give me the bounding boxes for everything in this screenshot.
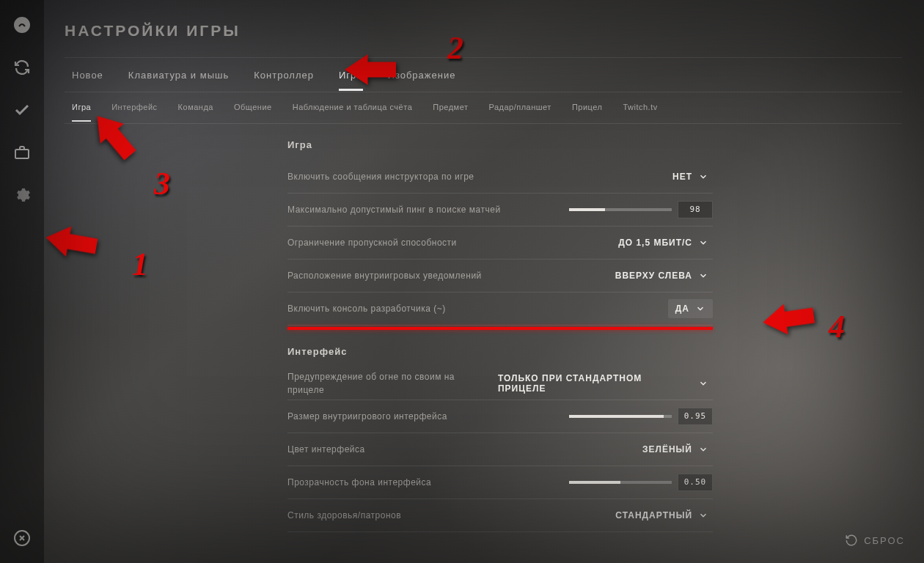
setting-label: Расположение внутриигровых уведомлений [287, 269, 482, 282]
setting-label: Стиль здоровья/патронов [287, 509, 401, 522]
setting-row: Прозрачность фона интерфейса0.50 [287, 466, 713, 499]
section-interface-rows: Предупреждение об огне по своим на прице… [287, 367, 713, 532]
annotation-number-4: 4 [829, 308, 845, 345]
close-icon[interactable] [13, 529, 31, 547]
setting-label: Размер внутриигрового интерфейса [287, 410, 447, 423]
sidebar [0, 0, 44, 563]
setting-row: Цвет интерфейсаЗЕЛЁНЫЙ [287, 433, 713, 466]
setting-dropdown[interactable]: ТОЛЬКО ПРИ СТАНДАРТНОМ ПРИЦЕЛЕ [494, 369, 713, 398]
setting-value[interactable]: 0.50 [678, 474, 713, 491]
setting-dropdown[interactable]: ЗЕЛЁНЫЙ [638, 440, 713, 459]
page-title: НАСТРОЙКИ ИГРЫ [65, 22, 241, 40]
highlight-line [287, 327, 713, 330]
setting-row: Включить сообщения инструктора по игреНЕ… [287, 161, 713, 194]
annotation-arrow-1 [43, 219, 100, 264]
main-tab-новое[interactable]: Новое [72, 59, 103, 91]
sub-tab-предмет[interactable]: Предмет [433, 92, 468, 122]
setting-row: Размер внутриигрового интерфейса0.95 [287, 400, 713, 433]
annotation-number-1: 1 [132, 246, 148, 283]
reset-label: СБРОС [864, 535, 905, 546]
setting-label: Цвет интерфейса [287, 443, 365, 456]
setting-row: Включить консоль разработчика (~)ДА [287, 292, 713, 325]
main-tab-изображение[interactable]: Изображение [388, 59, 456, 91]
section-title-interface: Интерфейс [287, 346, 713, 357]
setting-dropdown[interactable]: ДО 1,5 МБИТ/С [614, 233, 713, 252]
briefcase-icon[interactable] [13, 144, 31, 161]
setting-dropdown[interactable]: ДА [668, 299, 713, 318]
gear-icon[interactable] [13, 186, 31, 204]
sub-tab-радар-планшет[interactable]: Радар/планшет [488, 92, 551, 122]
sub-tab-наблюдение-и-таблица-сч-та[interactable]: Наблюдение и таблица счёта [293, 92, 413, 122]
sub-tab-команда[interactable]: Команда [178, 92, 213, 122]
settings-content: Игра Включить сообщения инструктора по и… [287, 130, 713, 532]
setting-row: Предупреждение об огне по своим на прице… [287, 367, 713, 400]
setting-label: Включить консоль разработчика (~) [287, 302, 446, 315]
section-title-game: Игра [287, 139, 713, 150]
setting-slider[interactable] [569, 208, 672, 211]
setting-row: Расположение внутриигровых уведомленийВВ… [287, 260, 713, 292]
sub-tab-twitch-tv[interactable]: Twitch.tv [623, 92, 657, 122]
sub-tab-общение[interactable]: Общение [234, 92, 272, 122]
setting-dropdown[interactable]: СТАНДАРТНЫЙ [611, 506, 713, 525]
setting-label: Максимально допустимый пинг в поиске мат… [287, 203, 501, 216]
sub-tab-игра[interactable]: Игра [72, 92, 91, 122]
setting-value[interactable]: 0.95 [678, 408, 713, 425]
setting-slider[interactable] [569, 481, 672, 484]
setting-dropdown[interactable]: НЕТ [668, 167, 713, 186]
check-icon[interactable] [13, 101, 31, 119]
setting-label: Предупреждение об огне по своим на прице… [287, 370, 494, 397]
reset-button[interactable]: СБРОС [845, 534, 905, 547]
setting-label: Включить сообщения инструктора по игре [287, 170, 474, 183]
annotation-number-2: 2 [447, 29, 463, 67]
setting-value[interactable]: 98 [678, 201, 713, 218]
svg-rect-1 [15, 150, 29, 158]
setting-label: Ограничение пропускной способности [287, 236, 457, 249]
annotation-arrow-2 [345, 51, 396, 88]
sub-tab-прицел[interactable]: Прицел [572, 92, 603, 122]
annotation-number-3: 3 [154, 165, 170, 202]
sub-tabs: ИграИнтерфейсКомандаОбщениеНаблюдение и … [65, 91, 902, 124]
setting-slider[interactable] [569, 415, 672, 418]
setting-row: Стиль здоровья/патроновСТАНДАРТНЫЙ [287, 499, 713, 532]
setting-dropdown[interactable]: ВВЕРХУ СЛЕВА [611, 266, 713, 285]
main-tab-контроллер[interactable]: Контроллер [254, 59, 314, 91]
section-game-rows: Включить сообщения инструктора по игреНЕ… [287, 161, 713, 325]
setting-row: Ограничение пропускной способностиДО 1,5… [287, 227, 713, 260]
annotation-arrow-4 [760, 297, 816, 340]
main-tabs: НовоеКлавиатура и мышьКонтроллерИграИзоб… [65, 57, 902, 92]
setting-label: Прозрачность фона интерфейса [287, 476, 431, 489]
main-tab-клавиатура и мышь[interactable]: Клавиатура и мышь [128, 59, 229, 91]
setting-row: Максимально допустимый пинг в поиске мат… [287, 194, 713, 227]
refresh-icon[interactable] [13, 59, 31, 76]
home-icon[interactable] [13, 16, 31, 34]
